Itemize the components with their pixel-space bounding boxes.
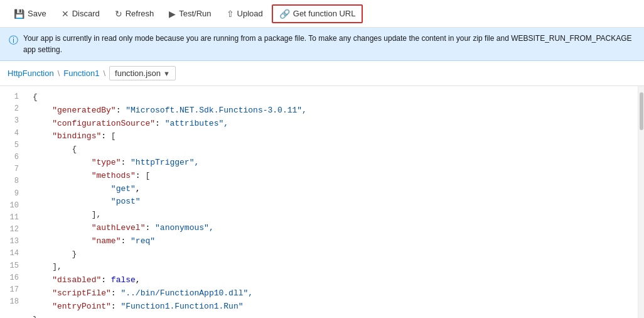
- code-line: "methods": [: [28, 170, 638, 183]
- testrun-label: Test/Run: [179, 9, 211, 18]
- code-line: "bindings": [: [28, 130, 638, 143]
- line-number: 15: [0, 260, 25, 272]
- upload-label: Upload: [237, 9, 263, 18]
- scrollbar-thumb[interactable]: [640, 92, 643, 130]
- line-number: 17: [0, 284, 25, 296]
- save-label: Save: [28, 9, 46, 18]
- code-line: }: [28, 314, 638, 318]
- code-line: {: [28, 91, 638, 104]
- geturl-icon: 🔗: [279, 9, 290, 19]
- breadcrumb-part1[interactable]: HttpFunction: [8, 69, 54, 78]
- line-number: 12: [0, 224, 25, 236]
- code-line: ],: [28, 209, 638, 222]
- breadcrumb: HttpFunction \ Function1 \ function.json…: [0, 61, 644, 86]
- line-number: 11: [0, 212, 25, 224]
- info-icon: ⓘ: [9, 33, 18, 48]
- line-number: 2: [0, 103, 25, 115]
- geturl-label: Get function URL: [293, 9, 356, 18]
- code-line: "configurationSource": "attributes",: [28, 118, 638, 131]
- line-number: 9: [0, 188, 25, 200]
- geturl-button[interactable]: 🔗 Get function URL: [272, 4, 363, 23]
- code-editor[interactable]: { "generatedBy": "Microsoft.NET.Sdk.Func…: [25, 86, 638, 318]
- editor-area: 123456789101112131415161718 { "generated…: [0, 86, 644, 318]
- file-dropdown-label: function.json: [115, 69, 161, 78]
- breadcrumb-sep2: \: [103, 69, 105, 78]
- save-icon: 💾: [14, 9, 24, 19]
- line-number: 5: [0, 140, 25, 151]
- line-number: 10: [0, 200, 25, 212]
- upload-icon: ⇧: [227, 9, 234, 19]
- line-number: 6: [0, 151, 25, 163]
- save-button[interactable]: 💾 Save: [8, 6, 53, 22]
- code-line: }: [28, 248, 638, 261]
- refresh-button[interactable]: ↻ Refresh: [109, 6, 161, 22]
- breadcrumb-part2[interactable]: Function1: [63, 69, 99, 78]
- refresh-label: Refresh: [126, 9, 154, 18]
- testrun-icon: ▶: [169, 9, 176, 19]
- discard-button[interactable]: ✕ Discard: [55, 6, 106, 22]
- refresh-icon: ↻: [115, 9, 122, 19]
- line-number: 7: [0, 163, 25, 175]
- line-number: 8: [0, 175, 25, 187]
- chevron-down-icon: ▼: [163, 70, 170, 77]
- line-number: 16: [0, 272, 25, 284]
- breadcrumb-sep1: \: [58, 69, 60, 78]
- line-number: 3: [0, 115, 25, 127]
- code-line: "disabled": false,: [28, 274, 638, 287]
- info-banner: ⓘ Your app is currently in read only mod…: [0, 28, 644, 61]
- info-text: Your app is currently in read only mode …: [23, 33, 635, 55]
- code-line: ],: [28, 261, 638, 274]
- code-line: "type": "httpTrigger",: [28, 156, 638, 170]
- toolbar: 💾 Save ✕ Discard ↻ Refresh ▶ Test/Run ⇧ …: [0, 0, 644, 28]
- code-line: "authLevel": "anonymous",: [28, 222, 638, 235]
- code-line: "get",: [28, 183, 638, 196]
- line-numbers: 123456789101112131415161718: [0, 86, 25, 318]
- line-number: 14: [0, 248, 25, 260]
- line-number: 4: [0, 128, 25, 140]
- testrun-button[interactable]: ▶ Test/Run: [163, 6, 217, 22]
- line-number: 13: [0, 236, 25, 248]
- code-line: "scriptFile": "../bin/FunctionApp10.dll"…: [28, 287, 638, 300]
- code-line: "entryPoint": "Function1.Function1.Run": [28, 300, 638, 314]
- upload-button[interactable]: ⇧ Upload: [220, 6, 269, 22]
- code-line: "generatedBy": "Microsoft.NET.Sdk.Functi…: [28, 104, 638, 118]
- scrollbar-track[interactable]: [638, 86, 644, 318]
- code-line: "post": [28, 195, 638, 209]
- line-number: 1: [0, 91, 25, 103]
- code-line: {: [28, 143, 638, 156]
- discard-label: Discard: [72, 9, 100, 18]
- code-line: "name": "req": [28, 235, 638, 248]
- file-dropdown[interactable]: function.json ▼: [109, 66, 176, 80]
- line-number: 18: [0, 296, 25, 308]
- discard-icon: ✕: [62, 9, 69, 19]
